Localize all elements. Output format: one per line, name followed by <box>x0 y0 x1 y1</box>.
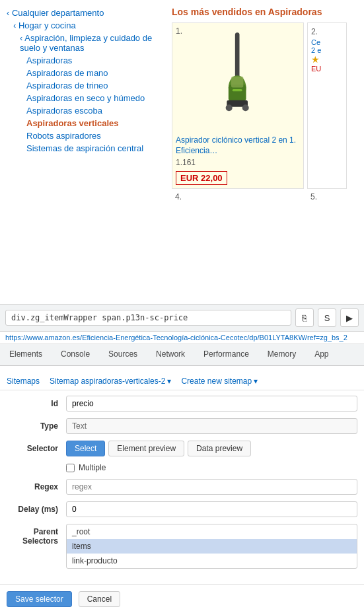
product-image-1 <box>176 26 300 132</box>
sitemap-dropdown-arrow: ▾ <box>167 377 171 386</box>
sidebar-item-mano[interactable]: Aspiradoras de mano <box>7 67 165 79</box>
id-input[interactable] <box>66 396 357 412</box>
data-preview-button[interactable]: Data preview <box>188 441 251 456</box>
selector-field: Select Element preview Data preview <box>66 441 357 456</box>
sitemap-dropdown[interactable]: Sitemap aspiradoras-verticales-2 ▾ <box>50 377 171 386</box>
product-header: Los más vendidos en Aspiradoras <box>172 7 357 17</box>
svg-point-5 <box>226 104 233 111</box>
parent-selectors-label: Parent Selectors <box>7 524 66 546</box>
svg-rect-3 <box>231 77 243 88</box>
regex-input[interactable] <box>66 479 357 495</box>
selector-display: div.zg_itemWrapper span.p13n-sc-price <box>5 310 291 326</box>
form-row-selector: Selector Select Element preview Data pre… <box>7 441 357 456</box>
product-num-4: 4. <box>172 192 304 201</box>
delay-label: Delay (ms) <box>7 501 66 514</box>
tab-memory[interactable]: Memory <box>258 344 305 365</box>
create-sitemap-label: Create new sitemap <box>181 377 252 386</box>
form-actions: Save selector Cancel <box>0 584 364 611</box>
address-bar: div.zg_itemWrapper span.p13n-sc-price ⎘ … <box>0 304 364 332</box>
parent-selectors-field: _root items link-producto <box>66 524 357 569</box>
sidebar: ‹ Cualquier departamento ‹ Hogar y cocin… <box>7 7 165 201</box>
select-button[interactable]: Select <box>66 441 105 456</box>
sidebar-item-verticales[interactable]: Aspiradoras verticales <box>7 117 165 129</box>
product-num-2: 2. <box>311 27 318 36</box>
type-label: Type <box>7 418 66 431</box>
copy-button[interactable]: ⎘ <box>295 308 314 327</box>
element-preview-button[interactable]: Element preview <box>108 441 184 456</box>
product-card-2: 2. Ce2 e ★ EU <box>307 22 347 189</box>
sidebar-item-aspiradoras[interactable]: Aspiradoras <box>7 54 165 67</box>
sidebar-item-robots[interactable]: Robots aspiradores <box>7 129 165 142</box>
create-sitemap-link[interactable]: Create new sitemap ▾ <box>181 377 258 386</box>
form-row-parent-selectors: Parent Selectors _root items link-produc… <box>7 524 357 569</box>
parent-sel-link-producto[interactable]: link-producto <box>67 554 357 568</box>
url-bar[interactable]: https://www.amazon.es/Eficiencia-Energét… <box>0 332 364 344</box>
product-price-1: EUR 22,00 <box>176 171 227 185</box>
sidebar-item-escoba[interactable]: Aspiradoras escoba <box>7 104 165 117</box>
parent-selectors-list: _root items link-producto <box>66 524 357 569</box>
sidebar-item-seco-humedo[interactable]: Aspiradoras en seco y húmedo <box>7 92 165 104</box>
id-label: Id <box>7 396 66 408</box>
form-top-bar: Sitemaps Sitemap aspiradoras-verticales-… <box>0 373 364 390</box>
product-header-bold: Aspiradoras <box>268 7 322 17</box>
sidebar-item-any-dept[interactable]: ‹ Cualquier departamento <box>7 7 165 19</box>
sidebar-item-central[interactable]: Sistemas de aspiración central <box>7 142 165 155</box>
form-section: Sitemaps Sitemap aspiradoras-verticales-… <box>0 366 364 611</box>
tab-network[interactable]: Network <box>147 344 194 365</box>
regex-label: Regex <box>7 479 66 491</box>
svg-point-6 <box>242 104 249 111</box>
sitemap-dropdown-label: Sitemap aspiradoras-verticales-2 <box>50 377 165 386</box>
tab-app[interactable]: App <box>305 344 338 365</box>
type-input[interactable] <box>66 418 357 434</box>
browser-content: ‹ Cualquier departamento ‹ Hogar y cocin… <box>0 0 364 304</box>
product-title-1[interactable]: Aspirador ciclónico vertical 2 en 1. Efi… <box>176 135 300 156</box>
svg-rect-0 <box>235 32 240 82</box>
products-row: 1. <box>172 22 357 189</box>
product-num-5: 5. <box>307 192 347 201</box>
sidebar-item-hogar[interactable]: ‹ Hogar y cocina <box>7 19 165 32</box>
tab-console[interactable]: Console <box>52 344 99 365</box>
form-rows: Id Type Selector Select Element preview … <box>0 390 364 581</box>
product-rating-1: 1.161 <box>176 158 300 167</box>
multiple-row: Multiple <box>7 463 357 472</box>
parent-sel-items[interactable]: items <box>67 539 357 554</box>
product-area: Los más vendidos en Aspiradoras 1. <box>172 7 357 201</box>
product-title-2-partial: Ce2 e <box>311 38 343 54</box>
parent-sel-root[interactable]: _root <box>67 524 357 539</box>
id-field <box>66 396 357 412</box>
type-field <box>66 418 357 434</box>
create-dropdown-arrow: ▾ <box>254 377 258 386</box>
delay-input[interactable] <box>66 501 357 517</box>
form-row-regex: Regex <box>7 479 357 495</box>
sidebar-item-aspiracion[interactable]: ‹ Aspiración, limpieza y cuidado de suel… <box>7 32 165 54</box>
regex-field <box>66 479 357 495</box>
product-price-2-partial: EU <box>311 65 343 73</box>
devtools-tabs: Elements Console Sources Network Perform… <box>0 344 364 366</box>
tab-elements[interactable]: Elements <box>0 344 52 365</box>
cancel-button[interactable]: Cancel <box>79 591 120 607</box>
selector-label: Selector <box>7 441 66 453</box>
delay-field <box>66 501 357 517</box>
svg-rect-7 <box>233 89 242 91</box>
save-selector-button[interactable]: Save selector <box>7 591 72 607</box>
s-button[interactable]: S <box>318 308 336 327</box>
form-row-id: Id <box>7 396 357 412</box>
form-row-delay: Delay (ms) <box>7 501 357 517</box>
tab-performance[interactable]: Performance <box>194 344 258 365</box>
selector-buttons: Select Element preview Data preview <box>66 441 357 456</box>
product-card-1[interactable]: 1. <box>172 22 304 189</box>
product-header-text: Los más vendidos en <box>172 7 268 17</box>
tab-sources[interactable]: Sources <box>99 344 147 365</box>
sitemaps-link[interactable]: Sitemaps <box>7 377 40 386</box>
multiple-label: Multiple <box>79 463 106 472</box>
multiple-checkbox[interactable] <box>66 464 75 472</box>
forward-button[interactable]: ▶ <box>340 308 359 327</box>
form-row-type: Type <box>7 418 357 434</box>
sidebar-item-trineo[interactable]: Aspiradoras de trineo <box>7 79 165 92</box>
